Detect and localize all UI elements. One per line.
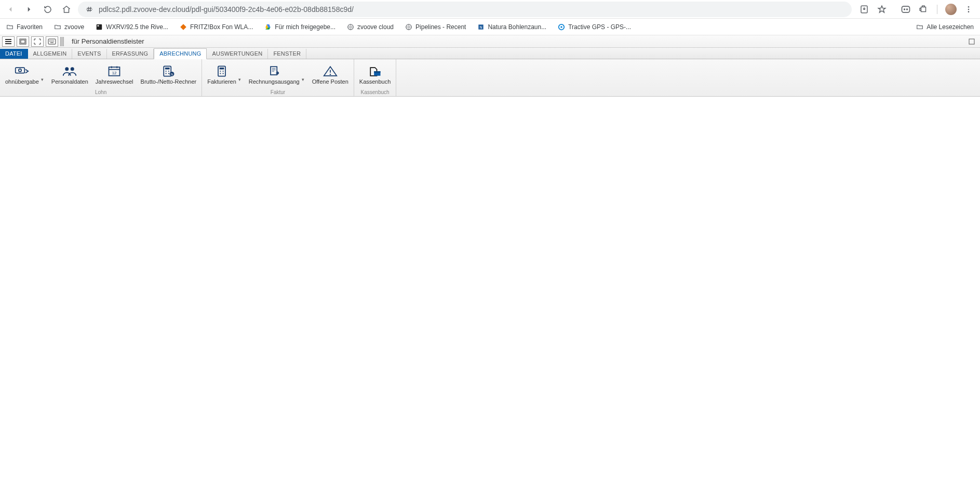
back-button[interactable] [3, 2, 18, 17]
ribbon-button-brutto-netto-rechner[interactable]: NBrutto-/Netto-Rechner [139, 64, 199, 86]
folder-icon [6, 23, 14, 31]
reload-button[interactable] [41, 2, 55, 17]
tab-fenster[interactable]: FENSTER [268, 49, 306, 59]
ribbon-button-label: Jahreswechsel [96, 78, 133, 85]
chevron-down-icon[interactable]: ▾ [41, 68, 46, 82]
browser-menu-icon[interactable] [962, 3, 975, 16]
bookmark-label: WXRV/92.5 the Rive... [106, 23, 168, 31]
calendar-year-icon: 12 [107, 65, 122, 77]
maximize-icon[interactable] [965, 36, 978, 47]
ribbon-group-label: Faktur [271, 89, 285, 96]
bookmark-item[interactable]: Für mich freigegebe... [261, 22, 339, 32]
extension-icons [856, 3, 977, 16]
all-bookmarks-label: Alle Lesezeichen [927, 23, 974, 31]
svg-rect-21 [16, 68, 25, 73]
svg-point-23 [65, 67, 69, 71]
bookmark-item[interactable]: zvoove [51, 22, 87, 32]
hamburger-icon[interactable] [2, 36, 15, 47]
svg-rect-20 [969, 39, 974, 44]
home-button[interactable] [59, 2, 74, 17]
bookmark-item[interactable]: NNatura Bohlenzaun... [474, 22, 549, 32]
svg-point-38 [223, 71, 224, 72]
all-bookmarks[interactable]: Alle Lesezeichen [913, 22, 977, 32]
menu-tabs: DATEIALLGEMEINEVENTSERFASSUNGABRECHNUNGA… [0, 48, 980, 59]
forward-button[interactable] [22, 2, 36, 17]
svg-point-0 [86, 9, 87, 9]
fullscreen-icon[interactable] [31, 36, 44, 47]
cashbook-icon [368, 65, 382, 77]
svg-point-7 [968, 8, 970, 10]
ribbon-group-label: Kassenbuch [361, 89, 390, 96]
svg-point-6 [968, 6, 970, 8]
svg-point-29 [166, 71, 167, 72]
browser-toolbar: pdlcs2.pdl.zvoove-dev.cloud/pdl-gui/5034… [0, 0, 980, 19]
ribbon-group-kassenbuch: KassenbuchKassenbuch [354, 59, 397, 96]
site-info-icon[interactable] [84, 4, 95, 15]
profile-avatar[interactable] [945, 3, 957, 16]
separator [937, 5, 937, 14]
tab-erfassung[interactable]: ERFASSUNG [107, 49, 154, 59]
svg-point-37 [220, 71, 221, 72]
install-icon[interactable] [858, 3, 870, 16]
bookmark-label: Pipelines - Recent [415, 23, 466, 31]
calculator-bn-icon: N [161, 65, 176, 77]
invoice-out-icon [267, 65, 281, 77]
url-bar[interactable]: pdlcs2.pdl.zvoove-dev.cloud/pdl-gui/5034… [78, 2, 852, 17]
svg-rect-41 [271, 67, 277, 75]
grip-icon[interactable] [60, 37, 64, 46]
extensions-icon[interactable] [917, 3, 930, 16]
window-layout-icon[interactable] [17, 36, 29, 47]
ribbon-group-lohn: ohnübergabe▾Personaldaten12Jahreswechsel… [0, 59, 202, 96]
bookmark-label: Natura Bohlenzaun... [488, 23, 546, 31]
tab-allgemein[interactable]: ALLGEMEIN [28, 49, 73, 59]
keyboard-icon[interactable] [46, 36, 58, 47]
chevron-down-icon[interactable]: ▾ [238, 68, 244, 82]
svg-point-5 [906, 8, 908, 10]
globe-icon [405, 23, 412, 31]
ribbon-group-label: Lohn [95, 89, 106, 96]
ribbon-button-fakturieren[interactable]: Fakturieren [205, 64, 238, 86]
svg-text:N: N [171, 72, 173, 76]
bookmark-label: zvoove [64, 23, 84, 31]
ribbon-button-label: Brutto-/Netto-Rechner [141, 78, 197, 85]
svg-point-1 [92, 9, 92, 9]
svg-text:N: N [480, 25, 482, 29]
content-area [0, 97, 980, 501]
svg-rect-28 [165, 68, 170, 70]
ext1-icon[interactable] [900, 3, 912, 16]
ribbon-button-rechnungsausgang[interactable]: Rechnungsausgang [247, 64, 302, 86]
bookmark-item[interactable]: zvoove cloud [344, 22, 397, 32]
svg-point-16 [560, 26, 562, 28]
ribbon-group-faktur: Fakturieren▾Rechnungsausgang▾Offene Post… [202, 59, 354, 96]
diamond-orange-icon [180, 23, 187, 31]
ribbon-button-label: Kassenbuch [359, 78, 391, 85]
ribbon-button-ohn-bergabe[interactable]: ohnübergabe [3, 64, 41, 86]
bookmark-item[interactable]: Tractive GPS - GPS-... [555, 22, 634, 32]
tab-events[interactable]: EVENTS [72, 49, 106, 59]
app-titlebar: für Personaldienstleister [0, 35, 980, 48]
ribbon-button-label: Rechnungsausgang [249, 78, 300, 85]
tab-datei[interactable]: DATEI [0, 49, 28, 59]
tab-abrechnung[interactable]: ABRECHNUNG [154, 48, 207, 59]
bookmark-item[interactable]: FRITZ!Box Fon WLA... [177, 22, 256, 32]
tractive-icon [558, 23, 565, 31]
svg-rect-10 [98, 25, 99, 26]
bookmark-label: Favoriten [17, 23, 43, 31]
svg-point-39 [220, 73, 221, 74]
ribbon-button-jahreswechsel[interactable]: 12Jahreswechsel [93, 64, 136, 86]
svg-point-42 [330, 74, 331, 75]
bookmark-item[interactable]: WXRV/92.5 the Rive... [92, 22, 171, 32]
svg-point-8 [968, 11, 970, 12]
svg-point-40 [223, 73, 224, 74]
bookmark-item[interactable]: Favoriten [3, 22, 46, 32]
bookmark-item[interactable]: Pipelines - Recent [402, 22, 469, 32]
ribbon-button-kassenbuch[interactable]: Kassenbuch [357, 64, 393, 86]
chevron-down-icon[interactable]: ▾ [302, 68, 307, 82]
svg-point-24 [71, 67, 74, 71]
bookmark-star-icon[interactable] [876, 3, 888, 16]
ribbon-button-personaldaten[interactable]: Personaldaten [49, 64, 90, 86]
tab-auswertungen[interactable]: AUSWERTUNGEN [207, 49, 268, 59]
ribbon-button-offene-posten[interactable]: Offene Posten [310, 64, 351, 86]
svg-point-32 [168, 73, 169, 74]
ribbon-button-label: ohnübergabe [5, 78, 39, 85]
